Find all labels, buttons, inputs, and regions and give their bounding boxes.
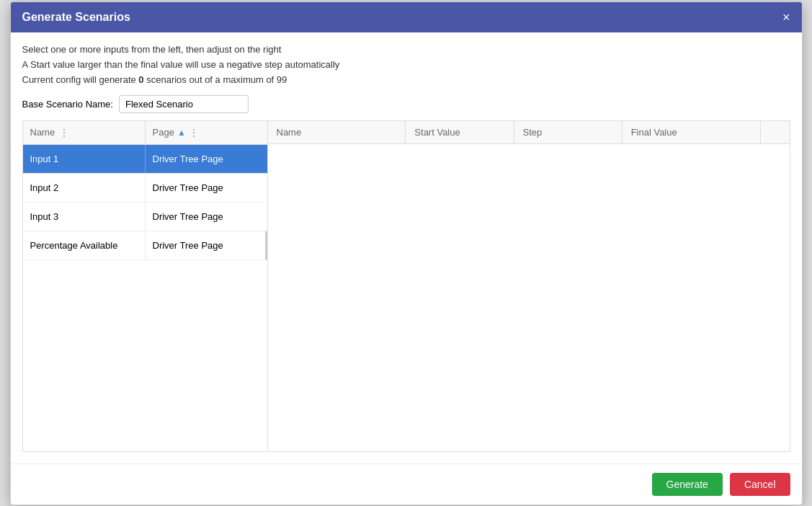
generate-button[interactable]: Generate xyxy=(652,473,723,496)
info-line3-suffix: scenarios out of a maximum of 99 xyxy=(144,74,287,85)
info-line3-prefix: Current config will generate xyxy=(22,74,139,85)
generate-scenarios-dialog: Generate Scenarios × Select one or more … xyxy=(10,1,803,505)
left-header-name-col: Name ⋮ xyxy=(23,121,145,144)
left-page-label: Page xyxy=(153,127,174,138)
list-item[interactable]: Input 3 Driver Tree Page xyxy=(23,203,267,231)
right-header-final: Final Value xyxy=(623,121,761,143)
dialog-body: Select one or more inputs from the left,… xyxy=(11,32,802,463)
row-name: Input 2 xyxy=(23,174,145,202)
content-area: Name ⋮ Page ▲ ⋮ Input 1 Driver Tree Page… xyxy=(22,120,790,452)
base-scenario-row: Base Scenario Name: xyxy=(22,95,790,113)
base-scenario-label: Base Scenario Name: xyxy=(22,99,113,110)
row-page: Driver Tree Page xyxy=(145,174,267,202)
left-panel: Name ⋮ Page ▲ ⋮ Input 1 Driver Tree Page… xyxy=(23,121,268,451)
row-page: Driver Tree Page xyxy=(145,231,267,259)
name-col-menu-icon[interactable]: ⋮ xyxy=(59,127,69,138)
row-page: Driver Tree Page xyxy=(145,145,267,173)
left-name-label: Name xyxy=(30,127,55,138)
list-item[interactable]: Input 2 Driver Tree Page xyxy=(23,174,267,203)
info-line1: Select one or more inputs from the left,… xyxy=(22,44,790,55)
close-button[interactable]: × xyxy=(782,11,790,24)
cancel-button[interactable]: Cancel xyxy=(730,473,790,496)
list-item[interactable]: Input 1 Driver Tree Page xyxy=(23,145,267,174)
info-line3: Current config will generate 0 scenarios… xyxy=(22,74,790,85)
page-sort-icon[interactable]: ▲ xyxy=(177,128,186,138)
row-name: Input 1 xyxy=(23,145,145,173)
scrollbar[interactable] xyxy=(265,231,267,259)
dialog-title: Generate Scenarios xyxy=(22,11,130,24)
dialog-footer: Generate Cancel xyxy=(11,463,802,505)
scenario-count: 0 xyxy=(138,74,143,85)
right-header-start: Start Value xyxy=(406,121,514,143)
right-table-header: Name Start Value Step Final Value xyxy=(268,121,790,144)
right-header-step: Step xyxy=(514,121,623,143)
right-header-action xyxy=(761,121,790,143)
row-name: Percentage Available xyxy=(23,231,145,259)
left-header-page-col: Page ▲ ⋮ xyxy=(145,121,267,144)
right-content-area xyxy=(268,144,790,451)
info-line2: A Start value larger than the final valu… xyxy=(22,59,790,70)
dialog-header: Generate Scenarios × xyxy=(11,2,802,32)
base-scenario-input[interactable] xyxy=(119,95,249,113)
row-name: Input 3 xyxy=(23,203,145,231)
page-col-menu-icon[interactable]: ⋮ xyxy=(189,127,199,138)
right-header-name: Name xyxy=(268,121,406,143)
row-page: Driver Tree Page xyxy=(145,203,267,231)
left-table-header: Name ⋮ Page ▲ ⋮ xyxy=(23,121,267,145)
list-item[interactable]: Percentage Available Driver Tree Page xyxy=(23,231,267,260)
right-panel: Name Start Value Step Final Value xyxy=(268,121,790,451)
